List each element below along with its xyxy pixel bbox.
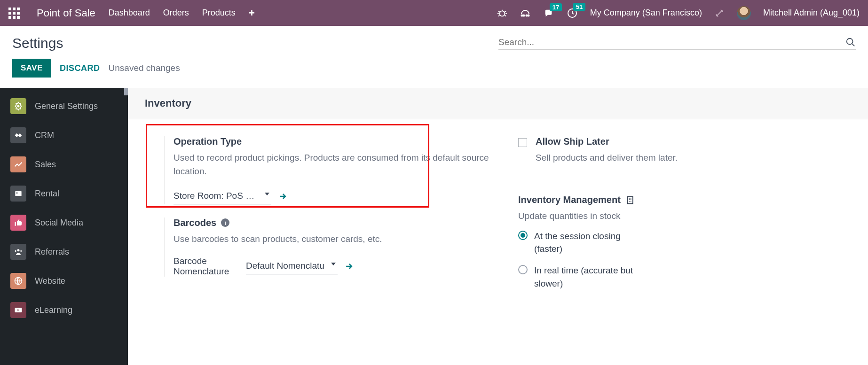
sidebar-item-elearning[interactable]: eLearning [0, 295, 128, 325]
barcodes-title: Barcodes [174, 217, 216, 228]
people-icon [10, 244, 26, 260]
main-layout: General Settings CRM Sales Rental Social… [0, 88, 868, 365]
svg-point-6 [847, 38, 853, 44]
sidebar-item-label: Rental [35, 189, 59, 199]
app-brand[interactable]: Point of Sale [37, 7, 95, 19]
sidebar-item-rental[interactable]: Rental [0, 179, 128, 208]
inventory-mgmt-desc: Update quantities in stock [518, 209, 851, 223]
apps-icon[interactable] [8, 8, 20, 19]
inventory-option-realtime[interactable]: In real time (accurate but slower) [518, 264, 851, 290]
barcodes-desc: Use barcodes to scan products, customer … [174, 232, 497, 246]
settings-col-left: Operation Type Used to record product pi… [165, 136, 497, 303]
save-button[interactable]: SAVE [12, 59, 51, 78]
svg-point-12 [20, 250, 22, 252]
settings-sidebar: General Settings CRM Sales Rental Social… [0, 88, 128, 365]
settings-content: Inventory Operation Type Used to record … [128, 88, 868, 365]
chart-icon [10, 156, 26, 172]
nav-right: 17 51 My Company (San Francisco) Mitchel… [497, 6, 860, 20]
page-title: Settings [12, 35, 63, 51]
settings-grid: Operation Type Used to record product pi… [128, 119, 868, 303]
sidebar-item-label: Website [35, 276, 65, 286]
svg-rect-15 [627, 196, 633, 203]
operation-type-select[interactable]: Store Room: PoS Orde [174, 189, 271, 204]
info-icon[interactable]: i [221, 218, 229, 227]
settings-col-right: Allow Ship Later Sell products and deliv… [518, 136, 851, 303]
nav-left: Point of Sale Dashboard Orders Products … [8, 7, 255, 19]
caret-down-icon [331, 263, 336, 265]
nav-orders[interactable]: Orders [163, 8, 189, 18]
external-link-icon[interactable] [344, 262, 354, 271]
inventory-mgmt-title: Inventory Management [518, 194, 621, 205]
svg-point-0 [499, 11, 505, 16]
sidebar-item-label: Social Media [35, 218, 83, 228]
search-wrap [498, 37, 856, 50]
activities-badge: 51 [573, 3, 585, 11]
inventory-option-session[interactable]: At the session closing (faster) [518, 230, 851, 256]
barcode-nomenclature-label: Barcode Nomenclature [174, 256, 239, 277]
ship-later-desc: Sell products and deliver them later. [536, 151, 678, 164]
caret-down-icon [265, 193, 269, 195]
discard-button[interactable]: DISCARD [60, 63, 100, 73]
support-icon[interactable] [520, 8, 531, 19]
svg-rect-9 [16, 193, 18, 194]
svg-point-1 [521, 15, 522, 16]
building-icon[interactable] [625, 195, 635, 205]
graduation-icon [10, 302, 26, 318]
svg-point-4 [528, 15, 529, 16]
sidebar-item-general-settings[interactable]: General Settings [0, 92, 128, 121]
sidebar-item-crm[interactable]: CRM [0, 121, 128, 150]
radio-icon [518, 231, 528, 240]
sidebar-item-label: Sales [35, 160, 56, 170]
messages-icon[interactable]: 17 [543, 8, 554, 18]
section-header: Inventory [128, 88, 868, 119]
svg-point-3 [526, 15, 527, 16]
sidebar-item-sales[interactable]: Sales [0, 150, 128, 179]
svg-rect-8 [15, 191, 21, 196]
setting-ship-later: Allow Ship Later Sell products and deliv… [518, 136, 851, 194]
sidebar-item-label: Referrals [35, 247, 69, 257]
gear-icon [10, 98, 26, 114]
activities-icon[interactable]: 51 [567, 8, 578, 19]
sidebar-item-label: eLearning [35, 305, 72, 315]
inventory-mgmt-options: At the session closing (faster) In real … [518, 230, 851, 290]
ship-later-checkbox[interactable] [518, 138, 527, 147]
tools-icon[interactable] [714, 8, 725, 18]
avatar[interactable] [737, 6, 751, 20]
sidebar-item-social-media[interactable]: Social Media [0, 208, 128, 237]
search-input[interactable] [498, 37, 845, 47]
sidebar-item-website[interactable]: Website [0, 266, 128, 295]
bug-icon[interactable] [497, 8, 507, 18]
ship-later-title: Allow Ship Later [536, 136, 609, 147]
messages-badge: 17 [550, 3, 562, 11]
company-name[interactable]: My Company (San Francisco) [590, 8, 702, 18]
thumbs-up-icon [10, 215, 26, 231]
key-icon [10, 186, 26, 202]
nav-add[interactable]: + [249, 7, 255, 19]
scrollbar-thumb[interactable] [124, 88, 128, 95]
search-icon[interactable] [845, 37, 856, 47]
unsaved-text: Unsaved changes [109, 63, 180, 73]
sidebar-item-referrals[interactable]: Referrals [0, 237, 128, 266]
barcode-nomenclature-select[interactable]: Default Nomenclatu [246, 259, 338, 274]
top-navbar: Point of Sale Dashboard Orders Products … [0, 0, 868, 26]
handshake-icon [10, 127, 26, 143]
sidebar-item-label: General Settings [35, 101, 98, 111]
globe-icon [10, 273, 26, 289]
svg-point-7 [17, 105, 20, 108]
section-title: Inventory [145, 97, 868, 109]
svg-point-2 [523, 15, 524, 16]
setting-inventory-management: Inventory Management Update quantities i… [518, 194, 851, 290]
radio-icon [518, 265, 528, 274]
header-row: Settings [0, 26, 868, 56]
nav-products[interactable]: Products [202, 8, 236, 18]
radio-label: In real time (accurate but slower) [534, 264, 642, 290]
user-name[interactable]: Mitchell Admin (Aug_001) [763, 8, 860, 18]
sidebar-item-label: CRM [35, 131, 54, 140]
setting-barcodes: Barcodes i Use barcodes to scan products… [165, 217, 497, 277]
radio-label: At the session closing (faster) [534, 230, 642, 256]
svg-point-11 [15, 250, 16, 252]
svg-point-10 [17, 249, 20, 251]
action-bar: SAVE DISCARD Unsaved changes [0, 56, 868, 88]
nav-dashboard[interactable]: Dashboard [109, 8, 150, 18]
